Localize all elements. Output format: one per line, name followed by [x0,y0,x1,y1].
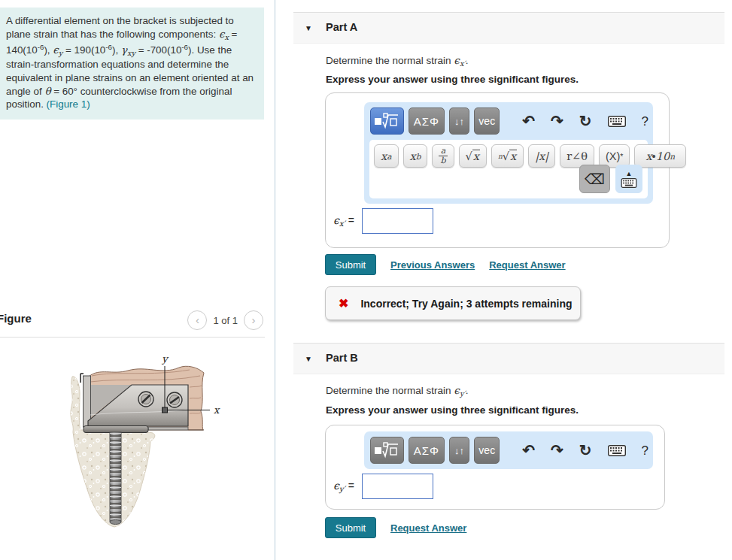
subscript-button[interactable]: xb [403,144,428,168]
keyboard-icon [621,178,637,188]
request-answer-link[interactable]: Request Answer [390,522,466,534]
feedback-message: Incorrect; Try Again; 3 attempts remaini… [360,298,572,310]
y-axis-label: y [161,353,169,365]
part-a-header[interactable]: ▼ Part A [293,12,724,44]
equation-input-area[interactable]: xa xb ab √x n√x |x| r∠θ (X)* x • 10n ⌫ [369,140,648,198]
reset-icon[interactable]: ↻ [579,114,592,129]
updown-menu-button[interactable]: ↓↑ [449,107,470,135]
redo-icon[interactable]: ↷ [551,114,563,129]
part-a-instruction: Express your answer using three signific… [326,74,579,85]
part-b-header[interactable]: ▼ Part B [293,343,724,374]
keyboard-icon[interactable] [608,116,626,127]
answer-input[interactable] [362,208,433,234]
answer-label: ϵy′ = [333,480,354,493]
assignment-page: A differential element on the bracket is… [0,0,732,560]
part-a-prompt: Determine the normal strain ϵx′. [326,54,468,68]
equation-template-icon [374,113,399,129]
screw-icon [138,392,153,407]
redo-icon[interactable]: ↷ [551,443,563,458]
help-icon[interactable]: ? [642,444,648,457]
collapse-icon[interactable]: ▼ [305,355,312,363]
previous-answers-link[interactable]: Previous Answers [390,259,475,271]
editor-toolbar: ΑΣΦ ↓↑ vec ↶ ↷ ↻ [364,102,653,204]
chevron-right-icon: › [252,313,256,326]
abs-value-button[interactable]: |x| [528,144,555,168]
figure-prev-button[interactable]: ‹ [187,310,207,330]
figure-pager: ‹ 1 of 1 › [187,310,263,330]
bracket-figure: y x [0,342,265,560]
keyboard-toggle-button[interactable]: ▲ [615,165,642,193]
part-b-title: Part B [326,352,358,364]
answer-input[interactable] [362,474,433,499]
sqrt-button[interactable]: √x [459,144,487,168]
backspace-icon: ⌫ [585,171,605,188]
x-axis-label: x [214,404,220,416]
screw-icon [167,392,182,407]
vec-menu-button[interactable]: vec [474,107,500,135]
answer-label: ϵx′ = [333,214,354,228]
problem-statement: A differential element on the bracket is… [0,8,264,120]
collapse-icon[interactable]: ▼ [305,24,312,32]
equation-template-icon [374,442,399,459]
help-icon[interactable]: ? [642,115,648,128]
incorrect-x-icon: ✖ [339,296,348,310]
part-b-prompt: Determine the normal strain ϵy′. [326,384,468,398]
caret-up-icon: ▲ [626,171,633,177]
submit-button[interactable]: Submit [325,254,376,275]
updown-menu-button[interactable]: ↓↑ [449,437,470,464]
feedback-box: ✖ Incorrect; Try Again; 3 attempts remai… [325,286,581,320]
vec-menu-button[interactable]: vec [474,437,500,464]
parts-panel: ▼ Part A Determine the normal strain ϵx′… [275,0,732,560]
chevron-left-icon: ‹ [196,313,199,326]
problem-panel: A differential element on the bracket is… [0,0,265,560]
part-a-title: Part A [326,21,357,33]
reset-icon[interactable]: ↻ [579,443,592,458]
template-menu-button[interactable] [370,437,404,464]
figure-header: Figure ‹ 1 of 1 › [0,310,265,338]
fraction-button[interactable]: ab [432,144,454,168]
equation-editor: ΑΣΦ ↓↑ vec ↶ ↷ ↻ [325,425,665,510]
exponent-button[interactable]: xa [374,144,399,168]
part-b-instruction: Express your answer using three signific… [326,404,579,416]
editor-toolbar: ΑΣΦ ↓↑ vec ↶ ↷ ↻ [364,431,653,469]
equation-editor: ΑΣΦ ↓↑ vec ↶ ↷ ↻ [325,92,670,248]
undo-icon[interactable]: ↶ [522,114,535,129]
keyboard-icon[interactable] [608,445,626,456]
figure-title: Figure [0,312,32,325]
greek-menu-button[interactable]: ΑΣΦ [409,107,445,135]
request-answer-link[interactable]: Request Answer [489,259,565,271]
undo-icon[interactable]: ↶ [522,443,535,458]
backspace-button[interactable]: ⌫ [579,165,610,193]
greek-menu-button[interactable]: ΑΣΦ [409,437,445,464]
submit-button[interactable]: Submit [325,517,376,538]
nth-root-button[interactable]: n√x [491,144,524,168]
figure-next-button[interactable]: › [244,310,263,330]
figure-page-indicator: 1 of 1 [213,315,238,326]
template-menu-button[interactable] [370,107,404,135]
